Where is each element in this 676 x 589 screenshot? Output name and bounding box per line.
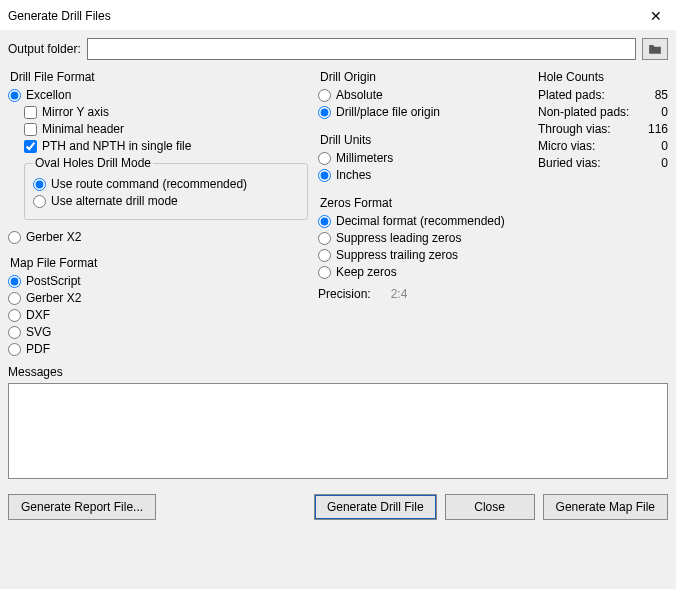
hc-nonplated-pads: Non-plated pads: 0 (538, 105, 668, 119)
units-in-radio[interactable]: Inches (318, 168, 528, 182)
hc-plated-pads-label: Plated pads: (538, 88, 605, 102)
gerber-x2-label: Gerber X2 (26, 230, 81, 244)
zeros-trailing-radio[interactable]: Suppress trailing zeros (318, 248, 528, 262)
map-postscript-radio[interactable]: PostScript (8, 274, 308, 288)
oval-holes-title: Oval Holes Drill Mode (33, 156, 153, 170)
zeros-keep-label: Keep zeros (336, 265, 397, 279)
zeros-keep-radio[interactable]: Keep zeros (318, 265, 528, 279)
hc-buried-vias-value: 0 (661, 156, 668, 170)
hc-buried-vias-label: Buried vias: (538, 156, 601, 170)
mirror-y-checkbox[interactable]: Mirror Y axis (24, 105, 308, 119)
zeros-trailing-label: Suppress trailing zeros (336, 248, 458, 262)
oval-holes-group: Oval Holes Drill Mode Use route command … (24, 156, 308, 220)
map-pdf-radio[interactable]: PDF (8, 342, 308, 356)
messages-box[interactable] (8, 383, 668, 479)
oval-route-radio[interactable]: Use route command (recommended) (33, 177, 299, 191)
hc-micro-vias: Micro vias: 0 (538, 139, 668, 153)
map-svg-radio[interactable]: SVG (8, 325, 308, 339)
zeros-format-title: Zeros Format (318, 196, 528, 210)
origin-file-radio[interactable]: Drill/place file origin (318, 105, 528, 119)
hc-nonplated-pads-value: 0 (661, 105, 668, 119)
map-file-format-title: Map File Format (8, 256, 308, 270)
zeros-leading-radio[interactable]: Suppress leading zeros (318, 231, 528, 245)
hc-through-vias-label: Through vias: (538, 122, 611, 136)
origin-file-label: Drill/place file origin (336, 105, 440, 119)
zeros-decimal-radio[interactable]: Decimal format (recommended) (318, 214, 528, 228)
excellon-label: Excellon (26, 88, 71, 102)
gerber-x2-radio[interactable]: Gerber X2 (8, 230, 308, 244)
precision-value: 2:4 (391, 287, 408, 301)
units-mm-label: Millimeters (336, 151, 393, 165)
close-button[interactable]: Close (445, 494, 535, 520)
drill-units-title: Drill Units (318, 133, 528, 147)
close-icon[interactable]: ✕ (644, 6, 668, 26)
drill-file-format-title: Drill File Format (8, 70, 308, 84)
output-folder-label: Output folder: (8, 42, 81, 56)
units-mm-radio[interactable]: Millimeters (318, 151, 528, 165)
messages-area: Messages (8, 365, 668, 482)
origin-absolute-label: Absolute (336, 88, 383, 102)
map-file-format-group: Map File Format PostScript Gerber X2 DXF… (8, 256, 308, 356)
oval-alternate-radio[interactable]: Use alternate drill mode (33, 194, 299, 208)
browse-folder-button[interactable] (642, 38, 668, 60)
drill-file-format-group: Drill File Format Excellon Mirror Y axis… (8, 70, 308, 244)
folder-icon (648, 43, 662, 55)
minimal-header-label: Minimal header (42, 122, 124, 136)
map-svg-label: SVG (26, 325, 51, 339)
precision-label: Precision: (318, 287, 371, 301)
zeros-decimal-label: Decimal format (recommended) (336, 214, 505, 228)
mirror-y-label: Mirror Y axis (42, 105, 109, 119)
hole-counts-group: Hole Counts Plated pads: 85 Non-plated p… (538, 70, 668, 170)
generate-report-button[interactable]: Generate Report File... (8, 494, 156, 520)
map-postscript-label: PostScript (26, 274, 81, 288)
map-dxf-label: DXF (26, 308, 50, 322)
hc-buried-vias: Buried vias: 0 (538, 156, 668, 170)
pth-npth-single-checkbox[interactable]: PTH and NPTH in single file (24, 139, 308, 153)
button-row: Generate Report File... Generate Drill F… (8, 494, 668, 520)
minimal-header-checkbox[interactable]: Minimal header (24, 122, 308, 136)
oval-alternate-label: Use alternate drill mode (51, 194, 178, 208)
hc-micro-vias-label: Micro vias: (538, 139, 595, 153)
window-title: Generate Drill Files (8, 9, 111, 23)
hc-micro-vias-value: 0 (661, 139, 668, 153)
titlebar: Generate Drill Files ✕ (0, 0, 676, 30)
hc-plated-pads-value: 85 (655, 88, 668, 102)
generate-drill-button[interactable]: Generate Drill File (314, 494, 437, 520)
zeros-format-group: Zeros Format Decimal format (recommended… (318, 196, 528, 279)
output-folder-row: Output folder: (8, 38, 668, 60)
output-folder-input[interactable] (87, 38, 636, 60)
map-gerberx2-label: Gerber X2 (26, 291, 81, 305)
oval-route-label: Use route command (recommended) (51, 177, 247, 191)
drill-origin-group: Drill Origin Absolute Drill/place file o… (318, 70, 528, 119)
units-in-label: Inches (336, 168, 371, 182)
map-gerberx2-radio[interactable]: Gerber X2 (8, 291, 308, 305)
pth-npth-single-label: PTH and NPTH in single file (42, 139, 191, 153)
precision-row: Precision: 2:4 (318, 287, 528, 301)
messages-title: Messages (8, 365, 668, 379)
hc-nonplated-pads-label: Non-plated pads: (538, 105, 629, 119)
hc-through-vias-value: 116 (648, 122, 668, 136)
drill-origin-title: Drill Origin (318, 70, 528, 84)
map-pdf-label: PDF (26, 342, 50, 356)
excellon-radio[interactable]: Excellon (8, 88, 308, 102)
origin-absolute-radio[interactable]: Absolute (318, 88, 528, 102)
map-dxf-radio[interactable]: DXF (8, 308, 308, 322)
zeros-leading-label: Suppress leading zeros (336, 231, 461, 245)
hole-counts-title: Hole Counts (538, 70, 668, 84)
dialog-body: Output folder: Drill File Format Excello… (0, 30, 676, 528)
drill-units-group: Drill Units Millimeters Inches (318, 133, 528, 182)
hc-plated-pads: Plated pads: 85 (538, 88, 668, 102)
hc-through-vias: Through vias: 116 (538, 122, 668, 136)
generate-map-button[interactable]: Generate Map File (543, 494, 668, 520)
